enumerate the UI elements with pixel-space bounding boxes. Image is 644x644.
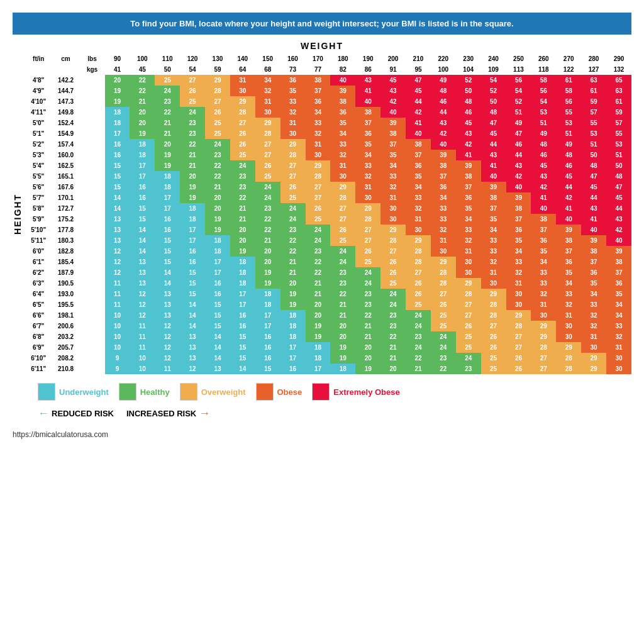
- lbs-label: lbs: [80, 53, 105, 64]
- bmi-cell: 31: [456, 246, 481, 257]
- bmi-cell: 38: [406, 139, 431, 150]
- bmi-cell: 38: [380, 128, 406, 139]
- bmi-cell: 18: [205, 235, 230, 246]
- bmi-cell: 17: [105, 128, 130, 139]
- bmi-cell: 33: [355, 160, 380, 171]
- bmi-cell: 17: [155, 192, 180, 203]
- bmi-cell: 43: [481, 150, 506, 160]
- bmi-cell: 12: [105, 257, 130, 267]
- bmi-cell: 42: [406, 107, 431, 118]
- bmi-cell: 37: [506, 214, 531, 225]
- bmi-cell: 48: [531, 139, 556, 150]
- bmi-cell: 22: [205, 171, 230, 182]
- bmi-cell: 20: [255, 246, 280, 257]
- bmi-cell: 36: [581, 267, 606, 278]
- bmi-cell: 19: [280, 289, 306, 299]
- bmi-cell: 21: [155, 118, 180, 128]
- bmi-cell: 21: [230, 214, 255, 225]
- bmi-cell: 27: [355, 235, 380, 246]
- bmi-cell: 18: [230, 278, 255, 289]
- header-banner: To find your BMI, locate where your heig…: [13, 13, 631, 35]
- bmi-cell: 42: [431, 128, 456, 139]
- bmi-cell: 33: [531, 278, 556, 289]
- bmi-cell: 49: [431, 75, 456, 86]
- height-ft: 5'2": [25, 139, 52, 150]
- bmi-cell: 32: [581, 310, 606, 321]
- height-ft: 6'7": [25, 321, 52, 331]
- bmi-cell: 38: [355, 107, 380, 118]
- bmi-cell: 24: [280, 203, 306, 214]
- bmi-cell: 35: [280, 86, 306, 96]
- bmi-cell: 24: [406, 321, 431, 331]
- height-cm: 205.7: [52, 342, 79, 353]
- bmi-cell: 19: [180, 182, 205, 192]
- bmi-cell: 25: [456, 331, 481, 342]
- bmi-cell: 14: [155, 267, 180, 278]
- bmi-cell: 37: [581, 257, 606, 267]
- bmi-cell: 29: [406, 235, 431, 246]
- bmi-cell: 27: [280, 160, 306, 171]
- bmi-cell: 21: [230, 203, 255, 214]
- bmi-cell: 35: [456, 203, 481, 214]
- bmi-cell: 33: [506, 257, 531, 267]
- height-ft: 5'8": [25, 203, 52, 214]
- bmi-cell: 33: [380, 171, 406, 182]
- height-ft: 5'10": [25, 225, 52, 235]
- bmi-cell: 37: [556, 246, 581, 257]
- bmi-cell: 34: [355, 150, 380, 160]
- bmi-cell: 38: [556, 235, 581, 246]
- bmi-cell: 48: [481, 107, 506, 118]
- kgs-label: kgs: [80, 64, 105, 75]
- bmi-cell: 24: [355, 267, 380, 278]
- bmi-cell: 32: [456, 235, 481, 246]
- bmi-cell: 18: [155, 171, 180, 182]
- bmi-cell: 26: [306, 203, 331, 214]
- overweight-box: [180, 383, 197, 401]
- bmi-cell: 29: [581, 353, 606, 364]
- bmi-cell: 55: [606, 128, 631, 139]
- bmi-cell: 22: [280, 246, 306, 257]
- height-ft: 6'4": [25, 289, 52, 299]
- bmi-cell: 16: [230, 321, 255, 331]
- bmi-cell: 26: [431, 299, 456, 310]
- bmi-cell: 44: [606, 203, 631, 214]
- bmi-cell: 42: [606, 225, 631, 235]
- table-row: 6'1"185.41213151617182021222425262829303…: [25, 257, 631, 267]
- bmi-cell: 26: [355, 246, 380, 257]
- height-cm: 190.5: [52, 278, 79, 289]
- bmi-cell: 18: [130, 139, 155, 150]
- bmi-cell: 11: [155, 364, 180, 374]
- bmi-cell: 28: [330, 192, 355, 203]
- bmi-cell: 27: [406, 267, 431, 278]
- bmi-cell: 47: [506, 128, 531, 139]
- bmi-cell: 27: [481, 321, 506, 331]
- extremely-box: [312, 383, 330, 401]
- bmi-cell: 45: [481, 128, 506, 139]
- bmi-cell: 22: [280, 235, 306, 246]
- bmi-cell: 19: [130, 128, 155, 139]
- bmi-cell: 44: [481, 139, 506, 150]
- bmi-cell: 45: [531, 160, 556, 171]
- bmi-cell: 22: [330, 289, 355, 299]
- lbs-270: 270: [556, 53, 581, 64]
- bmi-cell: 39: [506, 192, 531, 203]
- bmi-cell: 61: [606, 96, 631, 107]
- lbs-290: 290: [606, 53, 631, 64]
- bmi-cell: 51: [506, 107, 531, 118]
- bmi-cell: 26: [230, 139, 255, 150]
- bmi-cell: 44: [506, 150, 531, 160]
- bmi-cell: 28: [255, 128, 280, 139]
- height-cm: 203.2: [52, 331, 79, 342]
- bmi-cell: 12: [130, 289, 155, 299]
- bmi-cell: 18: [255, 299, 280, 310]
- bmi-cell: 13: [180, 353, 205, 364]
- bmi-cell: 28: [506, 321, 531, 331]
- height-ft: 4'10": [25, 96, 52, 107]
- bmi-cell: 36: [456, 192, 481, 203]
- bmi-cell: 30: [606, 364, 631, 374]
- bmi-cell: 28: [531, 342, 556, 353]
- increased-risk-label: INCREASED RISK: [126, 409, 196, 418]
- bmi-cell: 38: [506, 203, 531, 214]
- bmi-cell: 27: [355, 225, 380, 235]
- lbs-110: 110: [155, 53, 180, 64]
